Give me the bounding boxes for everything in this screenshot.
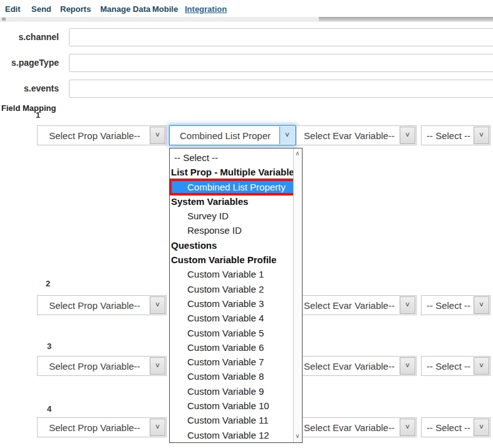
prop-variable-select[interactable]: Select Prop Variable--˅ xyxy=(37,125,167,145)
dropdown-option[interactable]: Custom Variable 8 xyxy=(170,369,293,383)
list-prop-variable-select-value: Combined List Proper xyxy=(171,126,279,145)
nav-item-mobile[interactable]: Mobile xyxy=(152,4,178,14)
dropdown-options: -- Select --List Prop - Multiple Variabl… xyxy=(170,148,293,442)
select-arrow-button[interactable]: ˅ xyxy=(150,357,165,375)
field-label-s-events: s.events xyxy=(0,83,59,93)
select-arrow-button[interactable]: ˅ xyxy=(400,357,415,375)
scroll-up-icon[interactable]: ˄ xyxy=(294,151,301,157)
chevron-down-icon: ˅ xyxy=(479,362,484,370)
list-prop-variable-select[interactable]: Combined List Proper˅ xyxy=(169,125,296,145)
horizontal-scrollbar[interactable] xyxy=(0,17,493,22)
prop-variable-select-value: Select Prop Variable-- xyxy=(39,296,150,315)
dropdown-group-label: System Variables xyxy=(170,194,293,209)
row-number: 4 xyxy=(47,404,51,414)
select-arrow-button[interactable]: ˅ xyxy=(474,357,489,375)
extra-select-value: -- Select -- xyxy=(423,126,474,145)
row-number: 3 xyxy=(47,341,51,351)
s-channel-input[interactable] xyxy=(69,28,493,46)
chevron-down-icon: ˅ xyxy=(405,301,410,309)
evar-variable-select-value: Select Evar Variable-- xyxy=(298,418,400,437)
hscroll-left-nub[interactable] xyxy=(2,18,6,21)
select-arrow-button[interactable]: ˅ xyxy=(474,127,489,144)
dropdown-group-label: List Prop - Multiple Variable xyxy=(170,165,293,179)
list-prop-dropdown: ˄˅-- Select --List Prop - Multiple Varia… xyxy=(169,148,303,443)
extra-select[interactable]: -- Select --˅ xyxy=(421,417,490,437)
dropdown-group-label: Custom Variable Profile xyxy=(170,253,293,267)
dropdown-option[interactable]: Custom Variable 6 xyxy=(170,340,293,355)
evar-variable-select-value: Select Evar Variable-- xyxy=(298,296,400,315)
select-arrow-button[interactable]: ˅ xyxy=(150,296,165,314)
chevron-down-icon: ˅ xyxy=(285,132,289,139)
dropdown-option[interactable]: Custom Variable 3 xyxy=(170,296,293,311)
extra-select[interactable]: -- Select --˅ xyxy=(421,295,490,315)
extra-select[interactable]: -- Select --˅ xyxy=(421,125,490,145)
field-label-s-pagetype: s.pageType xyxy=(0,58,59,68)
chevron-down-icon: ˅ xyxy=(155,132,160,139)
dropdown-option[interactable]: Custom Variable 11 xyxy=(170,413,293,427)
dropdown-option[interactable]: Custom Variable 9 xyxy=(170,384,293,399)
row-number: 2 xyxy=(46,279,50,288)
prop-variable-select-value: Select Prop Variable-- xyxy=(39,126,150,145)
nav-item-send[interactable]: Send xyxy=(31,4,51,14)
prop-variable-select[interactable]: Select Prop Variable--˅ xyxy=(37,417,167,437)
prop-variable-select-value: Select Prop Variable-- xyxy=(39,418,150,437)
evar-variable-select[interactable]: Select Evar Variable--˅ xyxy=(296,356,417,376)
dropdown-option[interactable]: Survey ID xyxy=(170,209,293,223)
chevron-down-icon: ˅ xyxy=(155,301,160,309)
dropdown-option[interactable]: Custom Variable 5 xyxy=(170,326,293,340)
extra-select[interactable]: -- Select --˅ xyxy=(421,356,490,376)
dropdown-option[interactable]: Custom Variable 4 xyxy=(170,311,293,325)
evar-variable-select-value: Select Evar Variable-- xyxy=(298,357,400,375)
select-arrow-button[interactable]: ˅ xyxy=(150,127,165,144)
select-arrow-button[interactable]: ˅ xyxy=(150,419,165,436)
row-number: 1 xyxy=(36,110,40,120)
annotation-box xyxy=(170,179,293,195)
chevron-down-icon: ˅ xyxy=(155,424,160,431)
evar-variable-select[interactable]: Select Evar Variable--˅ xyxy=(296,417,417,437)
prop-variable-select[interactable]: Select Prop Variable--˅ xyxy=(37,295,167,315)
evar-variable-select[interactable]: Select Evar Variable--˅ xyxy=(296,125,417,145)
s-events-input[interactable] xyxy=(69,80,493,98)
evar-variable-select-value: Select Evar Variable-- xyxy=(298,126,400,145)
nav-item-integration[interactable]: Integration xyxy=(185,4,227,14)
s-pagetype-input[interactable] xyxy=(69,54,493,72)
chevron-down-icon: ˅ xyxy=(405,362,410,370)
extra-select-value: -- Select -- xyxy=(423,418,474,437)
nav-item-edit[interactable]: Edit xyxy=(5,4,21,14)
field-mapping-title: Field Mapping xyxy=(1,103,56,113)
chevron-down-icon: ˅ xyxy=(405,132,410,139)
chevron-down-icon: ˅ xyxy=(479,301,484,309)
extra-select-value: -- Select -- xyxy=(423,296,474,315)
hscroll-thumb[interactable] xyxy=(319,17,493,21)
dropdown-scrollbar[interactable]: ˄˅ xyxy=(293,148,302,442)
dropdown-option[interactable]: Custom Variable 1 xyxy=(170,267,293,281)
dropdown-option[interactable]: Custom Variable 10 xyxy=(170,399,293,413)
prop-variable-select[interactable]: Select Prop Variable--˅ xyxy=(37,356,167,376)
chevron-down-icon: ˅ xyxy=(479,132,484,139)
chevron-down-icon: ˅ xyxy=(155,362,160,370)
nav-item-reports[interactable]: Reports xyxy=(60,4,91,14)
evar-variable-select[interactable]: Select Evar Variable--˅ xyxy=(296,295,417,315)
select-arrow-button[interactable]: ˅ xyxy=(474,419,489,436)
dropdown-option[interactable]: Combined List Property xyxy=(170,180,293,194)
extra-select-value: -- Select -- xyxy=(423,357,474,375)
dropdown-option[interactable]: Custom Variable 12 xyxy=(170,428,293,442)
chevron-down-icon: ˅ xyxy=(479,424,484,431)
dropdown-option[interactable]: Custom Variable 2 xyxy=(170,282,293,296)
select-arrow-button[interactable]: ˅ xyxy=(400,419,415,436)
nav-item-manage-data[interactable]: Manage Data xyxy=(100,4,150,14)
field-label-s-channel: s.channel xyxy=(0,32,59,42)
prop-variable-select-value: Select Prop Variable-- xyxy=(39,357,150,375)
select-arrow-button[interactable]: ˅ xyxy=(400,127,415,144)
scroll-down-icon[interactable]: ˅ xyxy=(294,434,301,440)
dropdown-option[interactable]: Custom Variable 7 xyxy=(170,355,293,369)
select-arrow-button[interactable]: ˅ xyxy=(279,127,294,144)
dropdown-group-label: Questions xyxy=(170,238,293,253)
select-arrow-button[interactable]: ˅ xyxy=(474,296,489,314)
select-arrow-button[interactable]: ˅ xyxy=(400,296,415,314)
dropdown-option[interactable]: Response ID xyxy=(170,223,293,237)
dropdown-option[interactable]: -- Select -- xyxy=(170,150,293,165)
chevron-down-icon: ˅ xyxy=(405,424,410,431)
